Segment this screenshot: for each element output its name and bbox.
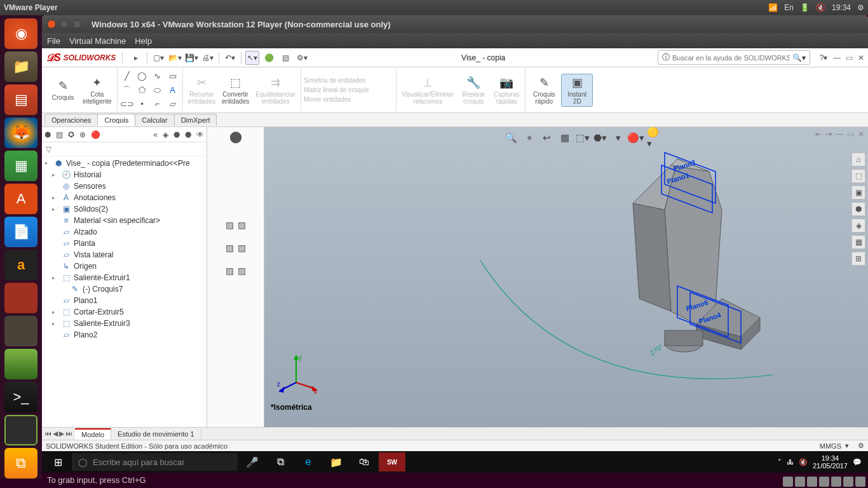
gear-icon[interactable]: ⚙ (857, 3, 864, 12)
vm-msg-icon[interactable] (855, 477, 865, 487)
hatch-d[interactable]: ▨ (238, 243, 246, 253)
tree-croquis7[interactable]: ✎(-) Croquis7 (42, 283, 207, 295)
tree-filter[interactable]: ▽ (42, 142, 207, 156)
rt-a-icon[interactable]: ⬚ (851, 169, 865, 183)
tab-modelo[interactable]: Modelo (75, 428, 111, 440)
taskview-icon[interactable]: ⧉ (267, 452, 294, 471)
help-icon[interactable]: ?▾ (817, 51, 831, 65)
tray-notif-icon[interactable]: 💬 (853, 458, 862, 466)
dash-icon[interactable]: ◉ (4, 18, 37, 49)
sw-search-box[interactable]: ⓘ 🔍▾ (658, 50, 810, 65)
rt-b-icon[interactable]: ▣ (851, 186, 865, 200)
tab-operaciones[interactable]: Operaciones (44, 114, 98, 126)
mtab-first-icon[interactable]: ⏮ (44, 430, 51, 438)
wifi-icon[interactable]: 📶 (768, 3, 778, 12)
firefox-icon[interactable]: 🦊 (4, 118, 37, 148)
tab-calcular[interactable]: Calcular (135, 114, 174, 126)
tree-solidos[interactable]: ▸▣Sólidos(2) (42, 203, 207, 215)
tree-origen[interactable]: ↳Origen (42, 261, 207, 272)
impress-icon[interactable]: ▤ (4, 85, 37, 115)
volume-icon[interactable]: 🔇 (816, 3, 825, 12)
rt-f-icon[interactable]: ⊞ (851, 252, 865, 266)
tree-vista-lateral[interactable]: ▱Vista lateral (42, 249, 207, 261)
tree-icon-display[interactable]: ▤ (56, 130, 63, 139)
hatch-c[interactable]: ▨ (226, 243, 234, 253)
new-icon[interactable]: ▢▾ (151, 51, 165, 65)
mover-button[interactable]: Mover entidades (304, 96, 351, 103)
visual-button[interactable]: ⊥Visualizar/Eliminar relaciones (399, 74, 456, 106)
instant-2d-button[interactable]: ▣Instant 2D (561, 74, 593, 107)
hatch-e[interactable]: ▨ (226, 266, 234, 276)
vm-cd-icon[interactable] (795, 477, 805, 487)
tree-root[interactable]: ▾⬢Vise_ - copia (Predeterminado<<Pre (42, 158, 207, 169)
vm-snd-icon[interactable] (831, 477, 841, 487)
mic-icon[interactable]: 🎤 (239, 452, 266, 471)
tree-box-icon[interactable]: ◈ (163, 130, 168, 139)
window-min-icon[interactable] (60, 20, 69, 29)
point-icon[interactable]: • (135, 98, 149, 111)
mtab-next-icon[interactable]: ▶ (59, 430, 64, 438)
equidist-button[interactable]: ⇉Equidistanciar entidades (253, 74, 298, 106)
launcher-icon-a[interactable] (4, 283, 37, 313)
line-icon[interactable]: ╱ (120, 70, 134, 83)
tree-sensores[interactable]: ◎Sensores (42, 180, 207, 192)
vp-expand-icon[interactable]: ⇥ (825, 130, 832, 139)
poly-icon[interactable]: ⬠ (135, 84, 149, 97)
vmware-icon[interactable]: ⧉ (4, 448, 37, 478)
convertir-button[interactable]: ⬚Convertir entidades (219, 74, 252, 106)
launcher-icon-d[interactable] (4, 415, 37, 445)
launcher-icon-c[interactable] (4, 349, 37, 379)
options-icon[interactable]: ▤ (278, 51, 292, 65)
rt-home-icon[interactable]: ⌂ (851, 152, 865, 166)
tree-anotaciones[interactable]: ▸AAnotaciones (42, 192, 207, 203)
terminal-icon[interactable]: >_ (4, 382, 37, 412)
simetria-button[interactable]: Simetría de entidades (304, 77, 365, 84)
start-button[interactable]: ⊞ (44, 452, 71, 471)
amazon-icon[interactable]: a (4, 250, 37, 280)
window-max-icon[interactable] (72, 20, 81, 29)
search-icon[interactable]: 🔍▾ (792, 53, 806, 62)
plane-icon[interactable]: ▱ (166, 98, 180, 111)
sw-taskbar-icon[interactable]: SW (379, 452, 405, 471)
vm-prn-icon[interactable] (843, 477, 853, 487)
sw-min-icon[interactable]: — (833, 53, 841, 62)
win-search[interactable]: ◯ Escribe aquí para buscar (72, 453, 238, 471)
croquis-button[interactable]: ✎Croquis (47, 78, 79, 102)
tree-material[interactable]: ≡Material <sin especificar> (42, 215, 207, 226)
clock[interactable]: 19:34 (832, 3, 851, 12)
vp-max-icon[interactable]: ▭ (847, 130, 854, 139)
calc-icon[interactable]: ▦ (4, 151, 37, 181)
text-icon[interactable]: A (166, 84, 180, 97)
tray-vol-icon[interactable]: 🔇 (799, 458, 808, 466)
viewport[interactable]: ⇤ ⇥ — ▭ ✕ 🔍 ⌖ ↩ ▦ ⬚▾ ⬣▾ ▾ 🔴▾ 🟡▾ (264, 127, 868, 427)
menu-help[interactable]: Help (135, 36, 152, 46)
vp-close-icon[interactable]: ✕ (858, 130, 864, 139)
battery-icon[interactable]: 🔋 (800, 3, 810, 12)
explorer-icon[interactable]: 📁 (323, 452, 349, 471)
select-icon[interactable]: ↖▾ (245, 51, 259, 65)
rect-icon[interactable]: ▭ (166, 70, 180, 83)
save-icon[interactable]: 💾▾ (184, 51, 198, 65)
recortar-button[interactable]: ✂Recortar entidades (186, 74, 218, 106)
edge-icon[interactable]: e (295, 452, 322, 471)
circle-icon[interactable]: ◯ (135, 70, 149, 83)
settings-icon[interactable]: ⚙▾ (295, 51, 309, 65)
tree-planta[interactable]: ▱Planta (42, 238, 207, 249)
spline-icon[interactable]: ∿ (151, 70, 165, 83)
hatch-b[interactable]: ▨ (238, 220, 246, 230)
sw-close-icon[interactable]: ✕ (858, 53, 864, 62)
units-dropdown-icon[interactable]: ▾ (845, 442, 849, 450)
search-input[interactable] (672, 54, 790, 62)
vm-net-icon[interactable] (807, 477, 817, 487)
expand-icon[interactable]: ▸ (129, 51, 143, 65)
tree-alzado[interactable]: ▱Alzado (42, 226, 207, 238)
slot-icon[interactable]: ⊂⊃ (120, 98, 134, 111)
open-icon[interactable]: 📂▾ (168, 51, 182, 65)
tree-eye-icon[interactable]: 👁 (196, 130, 204, 139)
menu-file[interactable]: File (47, 36, 60, 46)
tab-croquis[interactable]: Croquis (97, 114, 135, 126)
tree-saliente3[interactable]: ▸⬚Saliente-Extruir3 (42, 318, 207, 329)
rt-e-icon[interactable]: ▦ (851, 235, 865, 249)
units-label[interactable]: MMGS (820, 442, 841, 450)
tree-icon-assembly[interactable]: ⬢ (44, 130, 51, 139)
